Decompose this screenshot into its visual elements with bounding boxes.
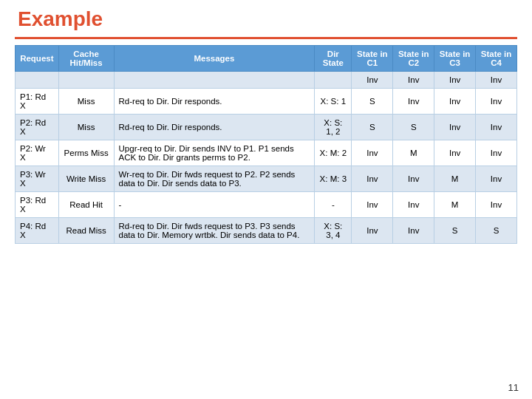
- inv-cell-cache: [58, 72, 114, 89]
- cell-dir: X: S: 3, 4: [315, 218, 352, 244]
- header-c3: State in C3: [434, 46, 476, 72]
- inv-cell-c2: Inv: [393, 72, 434, 89]
- header-request: Request: [16, 46, 59, 72]
- cell-dir: X: S: 1: [315, 89, 352, 115]
- page-number: 11: [508, 382, 519, 393]
- inv-cell-c3: Inv: [434, 72, 476, 89]
- table-row: P4: Rd XRead MissRd-req to Dir. Dir fwds…: [16, 218, 517, 244]
- cell-c1: Inv: [352, 192, 393, 218]
- inv-cell-dir: [315, 72, 352, 89]
- cell-messages: -: [114, 192, 315, 218]
- table-row: P3: Wr XWrite MissWr-req to Dir. Dir fwd…: [16, 166, 517, 192]
- cell-dir: X: M: 2: [315, 140, 352, 166]
- header-c2: State in C2: [393, 46, 434, 72]
- header-dir-state: Dir State: [315, 46, 352, 72]
- cell-messages: Rd-req to Dir. Dir responds.: [114, 89, 315, 115]
- cell-messages: Rd-req to Dir. Dir fwds request to P3. P…: [114, 218, 315, 244]
- cell-dir: X: M: 3: [315, 166, 352, 192]
- slide: Example Request Cache Hit/Miss Messages …: [0, 0, 532, 399]
- table-row: P1: Rd XMissRd-req to Dir. Dir responds.…: [16, 89, 517, 115]
- cell-c3: Inv: [434, 89, 476, 115]
- cell-dir: -: [315, 192, 352, 218]
- table-row: P2: Rd XMissRd-req to Dir. Dir responds.…: [16, 115, 517, 140]
- cell-c4: Inv: [476, 166, 517, 192]
- cell-cache: Perms Miss: [58, 140, 114, 166]
- cell-c2: Inv: [393, 218, 434, 244]
- cell-c1: Inv: [352, 166, 393, 192]
- cell-c3: Inv: [434, 140, 476, 166]
- slide-title: Example: [15, 7, 517, 31]
- cell-c2: Inv: [393, 192, 434, 218]
- cell-c4: Inv: [476, 115, 517, 140]
- header-messages: Messages: [114, 46, 315, 72]
- cell-cache: Miss: [58, 89, 114, 115]
- cell-c3: M: [434, 166, 476, 192]
- cell-request: P4: Rd X: [16, 218, 59, 244]
- cell-c3: M: [434, 192, 476, 218]
- cache-table: Request Cache Hit/Miss Messages Dir Stat…: [15, 45, 517, 244]
- cell-c4: Inv: [476, 192, 517, 218]
- inv-cell-msg: [114, 72, 315, 89]
- cell-cache: Read Miss: [58, 218, 114, 244]
- cell-messages: Wr-req to Dir. Dir fwds request to P2. P…: [114, 166, 315, 192]
- cell-c1: S: [352, 115, 393, 140]
- header-c1: State in C1: [352, 46, 393, 72]
- cell-request: P2: Rd X: [16, 115, 59, 140]
- cell-c1: Inv: [352, 140, 393, 166]
- cell-request: P3: Wr X: [16, 166, 59, 192]
- cell-messages: Upgr-req to Dir. Dir sends INV to P1. P1…: [114, 140, 315, 166]
- cell-c2: S: [393, 115, 434, 140]
- cell-request: P2: Wr X: [16, 140, 59, 166]
- cell-c2: Inv: [393, 166, 434, 192]
- cell-c2: Inv: [393, 89, 434, 115]
- cell-c2: M: [393, 140, 434, 166]
- table-row: P2: Wr XPerms MissUpgr-req to Dir. Dir s…: [16, 140, 517, 166]
- table-row: P3: Rd XRead Hit--InvInvMInv: [16, 192, 517, 218]
- cell-c4: Inv: [476, 89, 517, 115]
- cell-request: P1: Rd X: [16, 89, 59, 115]
- cell-c3: S: [434, 218, 476, 244]
- header-cache: Cache Hit/Miss: [58, 46, 114, 72]
- cell-request: P3: Rd X: [16, 192, 59, 218]
- cell-messages: Rd-req to Dir. Dir responds.: [114, 115, 315, 140]
- cell-c3: Inv: [434, 115, 476, 140]
- inv-row: Inv Inv Inv Inv: [16, 72, 517, 89]
- cell-c1: Inv: [352, 218, 393, 244]
- cell-cache: Write Miss: [58, 166, 114, 192]
- cell-c4: Inv: [476, 140, 517, 166]
- title-underline: [15, 37, 517, 39]
- inv-cell-c4: Inv: [476, 72, 517, 89]
- table-header-row: Request Cache Hit/Miss Messages Dir Stat…: [16, 46, 517, 72]
- cell-dir: X: S: 1, 2: [315, 115, 352, 140]
- cell-c1: S: [352, 89, 393, 115]
- inv-cell-req: [16, 72, 59, 89]
- inv-cell-c1: Inv: [352, 72, 393, 89]
- cell-cache: Miss: [58, 115, 114, 140]
- cell-c4: S: [476, 218, 517, 244]
- cell-cache: Read Hit: [58, 192, 114, 218]
- header-c4: State in C4: [476, 46, 517, 72]
